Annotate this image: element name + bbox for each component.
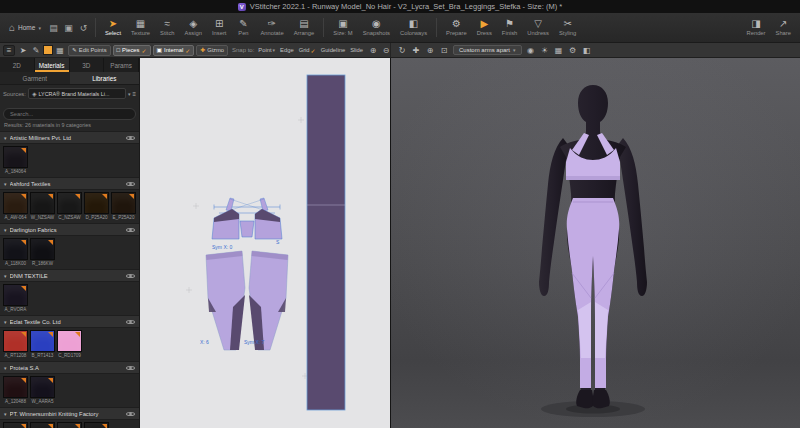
visibility-eye-icon[interactable]: [126, 226, 135, 233]
2d-view[interactable]: Sym X: 0 S X: 6 Sym X: 7: [140, 58, 390, 428]
material-swatch[interactable]: B_RT1413: [30, 330, 55, 358]
tab-3d[interactable]: 3D: [70, 58, 105, 72]
material-swatch[interactable]: W_NZSAW: [30, 192, 55, 220]
waistband-strip-piece[interactable]: [307, 75, 345, 410]
material-swatch[interactable]: C_NZSAW: [57, 192, 82, 220]
material-swatch[interactable]: [30, 422, 55, 428]
2d-pattern-canvas[interactable]: Sym X: 0 S X: 6 Sym X: 7: [140, 58, 390, 428]
material-swatch[interactable]: D_P25A20: [84, 192, 109, 220]
leggings-pattern-piece[interactable]: [206, 251, 288, 350]
material-swatch[interactable]: A_118K00: [3, 238, 28, 266]
undress-button[interactable]: ▽Undress: [522, 13, 554, 42]
snap-grid-option[interactable]: Grid✓: [297, 46, 318, 55]
material-swatch[interactable]: R_186KW: [30, 238, 55, 266]
material-swatch[interactable]: [57, 422, 82, 428]
2d-menu-button[interactable]: ≡: [3, 45, 15, 56]
collapse-caret-icon[interactable]: ▾: [4, 181, 7, 187]
snap-edge-option[interactable]: Edge: [278, 46, 296, 55]
camera-settings-button[interactable]: ⚙: [567, 45, 579, 56]
search-input[interactable]: [3, 108, 136, 120]
light-button[interactable]: ☀: [539, 45, 551, 56]
wireframe-button[interactable]: ▦: [553, 45, 565, 56]
open-file-button[interactable]: ▤: [46, 13, 61, 42]
collapse-caret-icon[interactable]: ▾: [4, 319, 7, 325]
fit-view-button[interactable]: ⊡: [438, 45, 450, 56]
undo-button[interactable]: ↺: [76, 13, 91, 42]
tab-2d[interactable]: 2D: [0, 58, 35, 72]
pan-button[interactable]: ✚: [410, 45, 422, 56]
select-arrow-button[interactable]: ➤: [17, 45, 29, 56]
visibility-eye-icon[interactable]: [126, 134, 135, 141]
snapshots-button[interactable]: ◉Snapshots: [358, 13, 395, 42]
material-category-header[interactable]: ▾Artistic Milliners Pvt. Ltd: [0, 131, 139, 144]
pen-tool-button[interactable]: ✎: [30, 45, 42, 56]
pose-dropdown[interactable]: Custom arms apart ▾: [453, 45, 522, 55]
select-button[interactable]: ➤Select: [100, 13, 126, 42]
material-category-header[interactable]: ▾Darlington Fabrics: [0, 223, 139, 236]
visibility-eye-icon[interactable]: [126, 318, 135, 325]
pen-button[interactable]: ✎Pen: [231, 13, 255, 42]
edit-points-toggle[interactable]: ✎Edit Points: [68, 45, 111, 56]
home-button[interactable]: ⌂ Home ▾: [4, 13, 46, 42]
stitch-button[interactable]: ≈Stitch: [155, 13, 180, 42]
material-swatch[interactable]: A_RVORA: [3, 284, 28, 312]
finish-button[interactable]: ⚑Finish: [497, 13, 522, 42]
material-category-header[interactable]: ▾Ashford Textiles: [0, 177, 139, 190]
prepare-button[interactable]: ⚙Prepare: [441, 13, 472, 42]
collapse-caret-icon[interactable]: ▾: [4, 227, 7, 233]
insert-button[interactable]: ⊞Insert: [207, 13, 232, 42]
subtab-libraries[interactable]: Libraries: [70, 72, 140, 84]
tab-materials[interactable]: Materials: [35, 58, 70, 72]
collapse-caret-icon[interactable]: ▾: [4, 135, 7, 141]
collapse-caret-icon[interactable]: ▾: [4, 365, 7, 371]
visibility-eye-icon[interactable]: [126, 410, 135, 417]
material-swatch[interactable]: W_AARA5: [30, 376, 55, 404]
annotate-button[interactable]: ✑Annotate: [255, 13, 288, 42]
styling-button[interactable]: ✂Styling: [554, 13, 581, 42]
zoom-3d-button[interactable]: ⊕: [424, 45, 436, 56]
material-swatch[interactable]: A_184064: [3, 146, 28, 174]
share-button[interactable]: ↗Share: [771, 13, 796, 42]
color-swatch-button[interactable]: [43, 45, 53, 55]
3d-view[interactable]: [390, 58, 800, 428]
snap-guideline-option[interactable]: Guideline: [319, 46, 348, 55]
caret-down-icon[interactable]: ▾: [128, 91, 131, 97]
avatar-button[interactable]: ◉: [525, 45, 537, 56]
zoom-in-button[interactable]: ⊕: [367, 45, 379, 56]
pieces-toggle[interactable]: □Pieces✓: [113, 45, 151, 56]
material-category-header[interactable]: ▾Eclat Textile Co. Ltd: [0, 315, 139, 328]
orbit-button[interactable]: ↻: [396, 45, 408, 56]
display-mode-button[interactable]: ◧: [581, 45, 593, 56]
visibility-eye-icon[interactable]: [126, 180, 135, 187]
render-button[interactable]: ◨Render: [742, 13, 771, 42]
3d-canvas[interactable]: [391, 58, 800, 428]
material-category-header[interactable]: ▾Proteia S.A: [0, 361, 139, 374]
material-swatch[interactable]: C_RD1709: [57, 330, 82, 358]
material-swatch[interactable]: A_RT1208: [3, 330, 28, 358]
tab-params[interactable]: Params: [104, 58, 139, 72]
snap-slide-option[interactable]: Slide: [348, 46, 365, 55]
material-swatch[interactable]: E_P25A20: [111, 192, 136, 220]
dress-button[interactable]: ▶Dress: [472, 13, 497, 42]
visibility-eye-icon[interactable]: [126, 364, 135, 371]
size-button[interactable]: ▣Size: M: [328, 13, 357, 42]
snap-point-option[interactable]: Point▾: [256, 46, 277, 55]
material-swatch[interactable]: A_120488: [3, 376, 28, 404]
assign-button[interactable]: ◈Assign: [180, 13, 207, 42]
material-swatch[interactable]: [3, 422, 28, 428]
texture-fill-button[interactable]: ▦: [54, 45, 66, 56]
collapse-caret-icon[interactable]: ▾: [4, 273, 7, 279]
gizmo-toggle[interactable]: ✚Gizmo: [196, 45, 228, 56]
subtab-garment[interactable]: Garment: [0, 72, 70, 84]
material-swatch[interactable]: A_AW-064: [3, 192, 28, 220]
arrange-button[interactable]: ▤Arrange: [289, 13, 320, 42]
visibility-eye-icon[interactable]: [126, 272, 135, 279]
colorways-button[interactable]: ◧Colorways: [395, 13, 432, 42]
material-category-header[interactable]: ▾DNM TEXTILE: [0, 269, 139, 282]
material-category-header[interactable]: ▾PT. Winnersumbiri Knitting Factory: [0, 407, 139, 420]
sources-dropdown[interactable]: ◈ LYCRA® Brand Materials Li...: [28, 88, 126, 99]
internal-toggle[interactable]: ▣Internal✓: [153, 45, 195, 56]
bra-pattern-piece[interactable]: [212, 198, 282, 239]
material-swatch[interactable]: [84, 422, 109, 428]
collapse-caret-icon[interactable]: ▾: [4, 411, 7, 417]
